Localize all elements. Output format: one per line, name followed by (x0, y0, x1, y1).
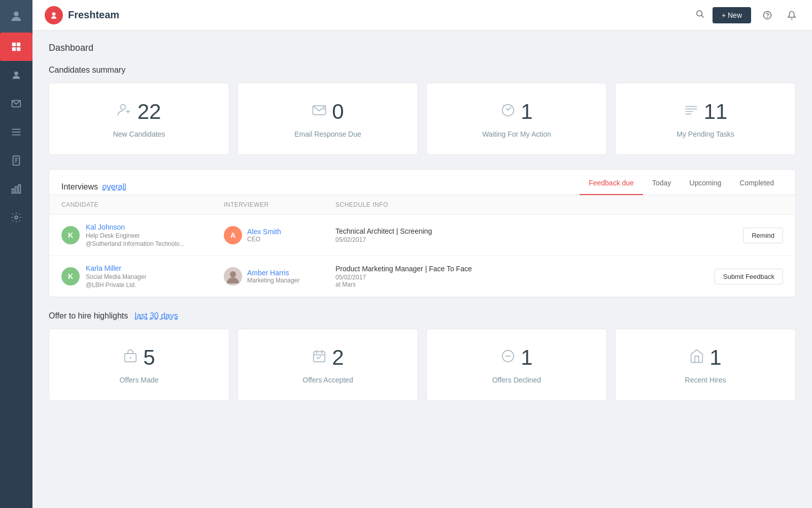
recent-hires-icon (689, 348, 704, 367)
pending-tasks-icon (684, 103, 699, 121)
main-content: Freshteam + New Dash (32, 0, 812, 508)
svg-point-19 (697, 11, 702, 16)
interviewer-info-2: Amber Harris Marketing Manager (247, 269, 299, 284)
tab-upcoming[interactable]: Upcoming (680, 179, 730, 195)
schedule-location-2: at Mars (335, 281, 702, 288)
search-button[interactable] (695, 9, 704, 21)
interviewer-info-1: Alex Smith CEO (247, 228, 281, 243)
offers-accepted-label: Offers Accepted (302, 376, 353, 384)
topbar-actions: + New (695, 7, 800, 23)
interviews-title: Interviews (61, 182, 98, 192)
candidate-sub1-2: Social Media Manager (86, 273, 146, 280)
new-candidates-icon (117, 103, 132, 121)
interviewer-cell-1: A Alex Smith CEO (224, 226, 335, 244)
table-header: Candidate Interviewer Schedule info (49, 195, 795, 214)
svg-point-17 (15, 216, 18, 219)
offer-title-text: Offer to hire highlights (49, 311, 128, 320)
interviewer-avatar-2 (224, 267, 242, 285)
sidebar-item-reports[interactable] (0, 175, 32, 203)
sidebar-item-jobs[interactable] (0, 118, 32, 146)
candidate-cell-1: K Kal Johnson Help Desk Engineer @Suther… (61, 223, 224, 247)
svg-rect-4 (17, 47, 20, 51)
candidate-sub1-1: Help Desk Engineer (86, 232, 185, 239)
waiting-action-icon (500, 103, 516, 121)
waiting-action-card[interactable]: 1 Waiting For My Action (426, 83, 607, 155)
offers-made-number: 5 (143, 345, 155, 370)
offers-accepted-card[interactable]: 2 Offers Accepted (238, 329, 418, 401)
offer-cards: 5 Offers Made (49, 329, 796, 401)
recent-hires-card[interactable]: 1 Recent Hires (615, 329, 796, 401)
waiting-action-number: 1 (521, 100, 532, 124)
svg-line-20 (701, 15, 703, 17)
email-response-number: 0 (332, 100, 344, 124)
offers-declined-number: 1 (521, 345, 532, 370)
user-avatar[interactable] (0, 0, 32, 33)
new-button[interactable]: + New (713, 7, 751, 23)
new-candidates-card[interactable]: 22 New Candidates (49, 83, 229, 155)
sidebar (0, 0, 32, 508)
logo-icon (45, 6, 63, 24)
app-logo: Freshteam (45, 6, 119, 24)
offer-title-highlight: last 30 days (135, 311, 178, 320)
pending-tasks-card[interactable]: 11 My Pending Tasks (615, 83, 796, 155)
schedule-cell-1: Technical Architect | Screening 05/02/20… (335, 227, 702, 243)
new-candidates-label: New Candidates (113, 130, 165, 138)
waiting-action-label: Waiting For My Action (482, 130, 551, 138)
schedule-cell-2: Product Marketing Manager | Face To Face… (335, 265, 702, 288)
remind-button[interactable]: Remind (743, 228, 783, 243)
offers-declined-label: Offers Declined (492, 376, 541, 384)
sidebar-item-candidates[interactable] (0, 61, 32, 89)
pending-tasks-number: 11 (704, 100, 728, 124)
topbar: Freshteam + New (32, 0, 812, 30)
sidebar-item-messages[interactable] (0, 89, 32, 118)
email-response-card[interactable]: 0 Email Response Due (238, 83, 418, 155)
submit-feedback-button[interactable]: Submit Feedback (715, 269, 783, 284)
candidate-name-1[interactable]: Kal Johnson (86, 223, 185, 231)
candidate-cell-2: K Karla Miller Social Media Manager @LBH… (61, 264, 224, 289)
help-button[interactable] (759, 7, 775, 23)
svg-point-22 (767, 17, 768, 17)
interviews-table: Candidate Interviewer Schedule info K Ka… (49, 195, 795, 297)
offers-declined-card[interactable]: 1 Offers Declined (426, 329, 607, 401)
interviewer-cell-2: Amber Harris Marketing Manager (224, 267, 335, 285)
svg-point-35 (230, 271, 236, 277)
sidebar-item-settings[interactable] (0, 203, 32, 232)
offers-declined-icon (500, 348, 516, 367)
notifications-button[interactable] (784, 7, 800, 23)
action-cell-1: Remind (702, 228, 783, 243)
schedule-date-1: 05/02/2017 (335, 236, 702, 243)
offers-made-card[interactable]: 5 Offers Made (49, 329, 229, 401)
app-name: Freshteam (68, 9, 119, 21)
svg-rect-3 (12, 47, 16, 51)
schedule-title-1: Technical Architect | Screening (335, 227, 702, 235)
offers-made-icon (123, 348, 138, 367)
svg-point-5 (14, 72, 18, 75)
interviewer-sub-2: Marketing Manager (247, 277, 299, 284)
tab-completed[interactable]: Completed (730, 179, 783, 195)
email-response-icon (312, 103, 327, 121)
svg-line-29 (503, 105, 504, 107)
offers-accepted-icon (312, 348, 327, 367)
candidate-info-2: Karla Miller Social Media Manager @LBH P… (86, 264, 146, 289)
candidate-name-2[interactable]: Karla Miller (86, 264, 146, 272)
candidate-avatar-1: K (61, 226, 80, 244)
interviews-title-highlight: overall (102, 182, 126, 192)
col-interviewer: Interviewer (224, 201, 335, 208)
svg-point-0 (14, 12, 18, 16)
page-title: Dashboard (49, 43, 796, 53)
col-candidate: Candidate (61, 201, 224, 208)
table-row: K Kal Johnson Help Desk Engineer @Suther… (49, 214, 795, 256)
sidebar-item-dashboard[interactable] (0, 33, 32, 61)
candidate-sub2-2: @LBH Private Ltd. (86, 281, 146, 289)
email-response-label: Email Response Due (294, 130, 361, 138)
svg-point-23 (120, 104, 125, 109)
interviewer-name-2[interactable]: Amber Harris (247, 269, 299, 277)
svg-rect-16 (19, 185, 21, 194)
interviewer-avatar-1: A (224, 226, 242, 244)
summary-cards: 22 New Candidates 0 (49, 83, 796, 155)
interviewer-name-1[interactable]: Alex Smith (247, 228, 281, 236)
sidebar-item-documents[interactable] (0, 146, 32, 175)
candidate-avatar-2: K (61, 267, 80, 285)
tab-today[interactable]: Today (643, 179, 680, 195)
tab-feedback-due[interactable]: Feedback due (580, 179, 643, 195)
